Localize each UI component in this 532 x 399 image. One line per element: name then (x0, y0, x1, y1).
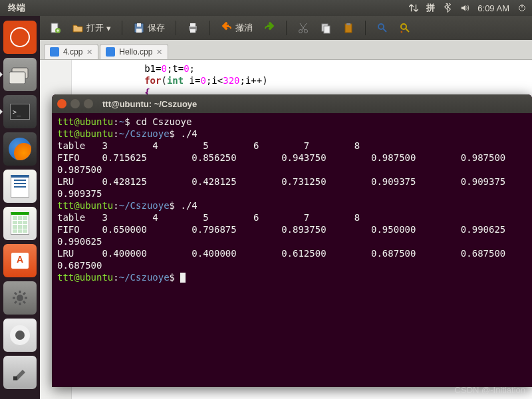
svg-rect-18 (346, 23, 350, 25)
terminal-titlebar[interactable]: ttt@ubuntu: ~/Cszuoye (52, 94, 532, 113)
window-minimize-button[interactable] (70, 99, 80, 108)
svg-rect-11 (190, 23, 196, 27)
watermark: CSDN @-Initiation (455, 385, 525, 395)
terminal-body[interactable]: ttt@ubuntu:~$ cd Cszuoye ttt@ubuntu:~/Cs… (52, 113, 532, 286)
top-panel: 终端 拼 6:09 AM (0, 0, 532, 16)
dash-button[interactable] (3, 21, 37, 54)
terminal-window: ttt@ubuntu: ~/Cszuoye ttt@ubuntu:~$ cd C… (52, 94, 532, 387)
calc-launcher[interactable] (3, 207, 37, 240)
close-tab-icon[interactable]: ✕ (86, 48, 92, 57)
tab-hellocpp[interactable]: Hello.cpp✕ (100, 44, 168, 59)
terminal-launcher[interactable]: >_ (3, 95, 37, 128)
svg-rect-8 (136, 29, 142, 33)
writer-launcher[interactable] (3, 170, 37, 203)
bluetooth-icon[interactable] (443, 3, 452, 13)
new-file-button[interactable] (47, 21, 64, 35)
volume-icon[interactable] (460, 3, 469, 13)
svg-rect-12 (190, 29, 196, 33)
cut-button[interactable] (295, 21, 312, 35)
replace-button[interactable] (396, 21, 414, 35)
firefox-launcher[interactable] (3, 132, 37, 166)
svg-point-14 (305, 30, 308, 33)
amazon-launcher[interactable] (3, 319, 37, 352)
svg-point-20 (401, 24, 406, 29)
editor-tabs: 4.cpp✕ Hello.cpp✕ (40, 40, 532, 60)
settings-launcher[interactable] (3, 281, 37, 315)
save-button[interactable]: 保存 (130, 21, 168, 35)
print-button[interactable] (184, 21, 201, 35)
window-close-button[interactable] (57, 99, 66, 108)
svg-rect-2 (9, 72, 25, 84)
svg-point-13 (299, 30, 303, 33)
cpp-icon (106, 47, 115, 57)
close-tab-icon[interactable]: ✕ (156, 48, 162, 57)
clock[interactable]: 6:09 AM (477, 3, 509, 13)
svg-point-19 (378, 24, 384, 29)
terminal-title: ttt@ubuntu: ~/Cszuoye (102, 99, 197, 109)
undo-button[interactable]: 撤消 (218, 21, 255, 35)
redo-button[interactable] (261, 21, 278, 35)
svg-rect-16 (324, 26, 330, 33)
network-icon[interactable] (409, 3, 418, 13)
workspace: 打开 ▾ 保存 撤消 4.cpp✕ Hello.cpp✕ b1=0;t=0; f… (40, 16, 532, 399)
paste-button[interactable] (340, 21, 357, 35)
ime-indicator[interactable]: 拼 (426, 2, 435, 14)
svg-point-3 (17, 295, 23, 301)
cpp-icon (50, 47, 59, 57)
svg-rect-9 (137, 23, 141, 27)
svg-rect-4 (13, 376, 17, 380)
search-button[interactable] (374, 21, 391, 35)
open-button[interactable]: 打开 ▾ (69, 21, 114, 35)
brush-launcher[interactable] (3, 356, 37, 389)
editor-toolbar: 打开 ▾ 保存 撤消 (40, 16, 532, 40)
software-launcher[interactable] (3, 244, 37, 277)
files-launcher[interactable] (3, 58, 37, 91)
window-maximize-button[interactable] (84, 99, 93, 108)
tab-4cpp[interactable]: 4.cpp✕ (44, 44, 98, 59)
copy-button[interactable] (317, 21, 334, 35)
power-icon[interactable] (517, 3, 527, 13)
active-app-title: 终端 (8, 2, 25, 14)
unity-launcher: >_ (0, 16, 40, 399)
